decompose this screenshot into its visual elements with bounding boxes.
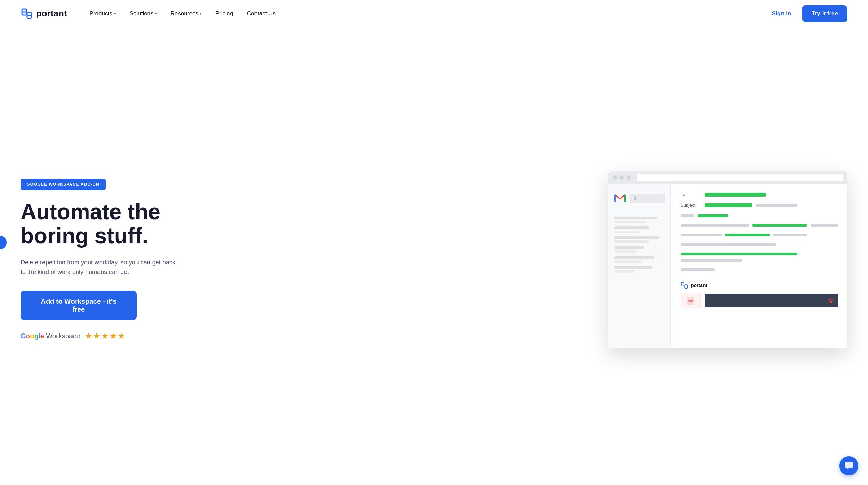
- hero-right: To: Subject:: [198, 171, 847, 348]
- to-label: To:: [681, 192, 701, 197]
- attachment-pdf-thumb: PDF: [681, 294, 701, 307]
- google-workspace-label: Google Workspace: [21, 332, 80, 340]
- brand-name: portant: [36, 8, 67, 19]
- chevron-down-icon: ▾: [114, 11, 116, 16]
- chevron-down-icon: ▾: [200, 11, 202, 16]
- svg-line-8: [636, 199, 637, 200]
- hero-subtitle: Delete repetition from your workday, so …: [21, 258, 178, 277]
- subject-label: Subject:: [681, 202, 701, 208]
- nav-pricing[interactable]: Pricing: [210, 8, 239, 20]
- subject-extra: [756, 204, 797, 207]
- svg-rect-13: [830, 301, 832, 303]
- nav-contact[interactable]: Contact Us: [241, 8, 281, 20]
- logo-link[interactable]: portant: [21, 8, 67, 20]
- cta-button[interactable]: Add to Workspace - it's free: [21, 291, 137, 320]
- hero-badge: GOOGLE WORKSPACE ADD-ON: [21, 179, 106, 190]
- gmail-logo: [614, 192, 627, 205]
- chat-icon: [844, 461, 853, 470]
- list-item: [614, 246, 664, 253]
- pdf-icon: PDF: [687, 297, 694, 305]
- hero-left: GOOGLE WORKSPACE ADD-ON Automate the bor…: [21, 179, 198, 341]
- svg-point-7: [633, 197, 636, 199]
- gmail-top: [611, 189, 667, 208]
- svg-rect-5: [614, 195, 616, 202]
- list-item: [614, 256, 664, 263]
- email-body: [681, 214, 838, 275]
- nav-resources[interactable]: Resources ▾: [165, 8, 207, 20]
- gmail-m-icon: [614, 194, 626, 203]
- mock-browser: To: Subject:: [608, 171, 847, 348]
- browser-dot-yellow: [620, 175, 624, 180]
- svg-rect-6: [624, 195, 626, 202]
- list-item: [614, 236, 664, 243]
- to-field-row: To:: [681, 192, 838, 197]
- svg-rect-10: [685, 285, 687, 288]
- browser-bar: [608, 171, 847, 184]
- list-item: [614, 226, 664, 233]
- portant-email-footer: portant: [681, 281, 838, 289]
- list-item: [614, 266, 664, 273]
- gmail-search-bar: [630, 194, 665, 203]
- nav-right: Sign in Try it free: [766, 5, 847, 22]
- chat-bubble-button[interactable]: [839, 456, 858, 475]
- navbar: portant Products ▾ Solutions ▾ Resources…: [0, 0, 868, 27]
- attachment-icon: [828, 298, 835, 303]
- nav-products[interactable]: Products ▾: [84, 8, 121, 20]
- hero-title: Automate the boring stuff.: [21, 200, 198, 248]
- logo-icon: [21, 8, 33, 20]
- gmail-sidebar: [608, 184, 671, 348]
- email-list: [611, 213, 667, 279]
- nav-solutions[interactable]: Solutions ▾: [124, 8, 162, 20]
- search-icon: [633, 196, 637, 200]
- compose-panel: To: Subject:: [671, 184, 847, 348]
- list-item: [614, 217, 664, 223]
- try-free-button[interactable]: Try it free: [802, 5, 847, 22]
- sign-in-button[interactable]: Sign in: [766, 8, 797, 20]
- to-value: [705, 193, 766, 197]
- browser-dot-green: [627, 175, 631, 180]
- portant-footer-icon: [681, 281, 688, 289]
- svg-rect-9: [681, 282, 684, 286]
- rating-area: Google Workspace ★★★★★: [21, 331, 198, 341]
- gmail-content: To: Subject:: [608, 184, 847, 348]
- svg-text:PDF: PDF: [688, 300, 694, 302]
- subject-field-row: Subject:: [681, 202, 838, 208]
- subject-value: [705, 203, 752, 207]
- chevron-down-icon: ▾: [155, 11, 157, 16]
- browser-url-bar: [637, 174, 843, 181]
- browser-dot-red: [613, 175, 617, 180]
- nav-links: Products ▾ Solutions ▾ Resources ▾ Prici…: [84, 8, 766, 20]
- hero-section: GOOGLE WORKSPACE ADD-ON Automate the bor…: [0, 27, 868, 485]
- portant-footer-text: portant: [691, 283, 707, 288]
- attachment-action-bar: [705, 294, 838, 307]
- attachment-area: PDF: [681, 294, 838, 307]
- star-rating: ★★★★★: [85, 331, 126, 341]
